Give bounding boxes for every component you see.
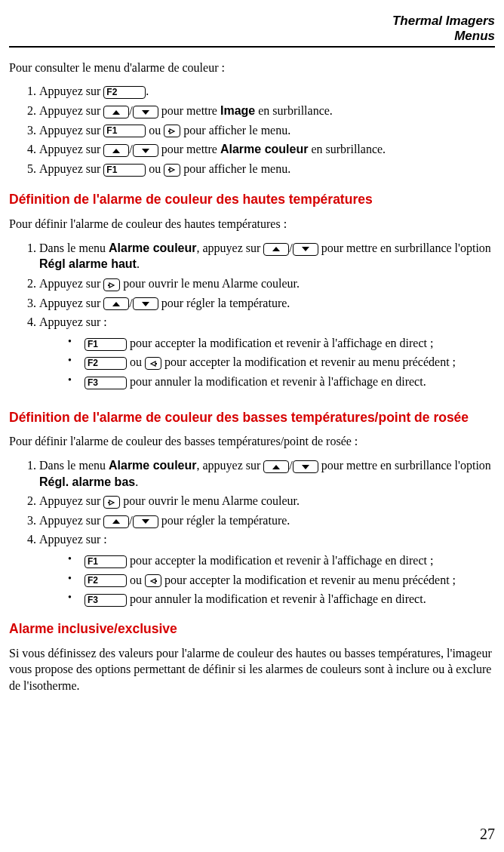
bullet-item: F2 ou pour accepter la modification et r…: [68, 352, 495, 372]
text: Appuyez sur: [39, 104, 103, 117]
list-1-item-4: Appuyez sur / pour mettre Alarme couleur…: [39, 140, 495, 159]
key-f1: F1: [103, 125, 146, 137]
svg-marker-10: [109, 283, 114, 288]
svg-marker-14: [151, 361, 155, 366]
text: Appuyez sur: [39, 124, 103, 137]
text: en surbrillance.: [255, 104, 333, 117]
key-down-icon: [133, 106, 158, 118]
key-right-icon: [103, 496, 120, 509]
key-down-icon: [133, 144, 158, 157]
key-down-icon: [293, 243, 318, 256]
text: pour mettre: [158, 143, 220, 155]
bullet-item: F3 pour annuler la modification et reven…: [68, 372, 495, 392]
section-2-heading: Définition de l'alarme de couleur des ha…: [9, 192, 495, 208]
key-up-icon: [263, 243, 289, 256]
list-1-item-5: Appuyez sur F1 ou pour afficher le menu.: [39, 159, 495, 179]
svg-rect-15: [155, 363, 157, 364]
text: en surbrillance.: [308, 143, 386, 155]
list-2-item-2: Appuyez sur pour ouvrir le menu Alarme c…: [39, 274, 495, 294]
list-3-item-4: Appuyez sur : F1 pour accepter la modifi…: [39, 530, 495, 613]
key-f2: F2: [103, 86, 146, 99]
text: Dans le menu: [39, 241, 109, 254]
section-3-intro: Pour définir l'alarme de couleur des bas…: [9, 433, 495, 450]
page-number: 27: [480, 824, 495, 844]
text: pour accepter la modification et revenir…: [161, 355, 456, 368]
list-3-item-2: Appuyez sur pour ouvrir le menu Alarme c…: [39, 491, 495, 511]
bold-text: Régl. alarme bas: [39, 475, 135, 488]
text: Appuyez sur :: [39, 533, 107, 546]
bullet-list-3: F1 pour accepter la modification et reve…: [68, 551, 495, 609]
text: Appuyez sur: [39, 494, 103, 507]
key-down-icon: [133, 297, 158, 310]
svg-marker-17: [302, 465, 309, 469]
text: .: [137, 257, 140, 270]
svg-marker-4: [112, 149, 120, 153]
text: Appuyez sur: [39, 277, 103, 290]
list-1-item-1: Appuyez sur F2.: [39, 82, 495, 101]
text: Appuyez sur: [39, 143, 103, 155]
key-up-icon: [103, 297, 129, 310]
key-f1: F1: [85, 555, 127, 568]
text: , appuyez sur: [196, 241, 263, 254]
svg-rect-3: [168, 131, 170, 132]
key-right-icon: [103, 278, 120, 291]
key-up-icon: [263, 460, 289, 473]
list-3: Dans le menu Alarme couleur, appuyez sur…: [39, 456, 495, 614]
svg-marker-21: [142, 519, 149, 524]
svg-marker-13: [142, 302, 149, 306]
svg-marker-5: [142, 149, 149, 153]
svg-marker-20: [112, 519, 120, 524]
key-left-icon: [145, 574, 161, 587]
text: ou: [127, 574, 145, 586]
key-f3: F3: [85, 377, 127, 389]
text: pour ouvrir le menu Alarme couleur.: [120, 277, 300, 290]
svg-marker-8: [272, 247, 280, 251]
key-f2: F2: [85, 574, 127, 587]
svg-marker-22: [151, 579, 155, 583]
svg-marker-16: [272, 465, 280, 469]
svg-marker-6: [170, 168, 174, 172]
key-down-icon: [293, 460, 318, 473]
bold-text: Image: [220, 104, 255, 117]
list-1-item-2: Appuyez sur / pour mettre Image en surbr…: [39, 101, 495, 121]
list-2-item-3: Appuyez sur / pour régler la température…: [39, 294, 495, 313]
text: Appuyez sur: [39, 85, 103, 97]
text: pour accepter la modification et revenir…: [127, 337, 433, 349]
text: pour mettre: [158, 104, 220, 117]
text: Appuyez sur: [39, 297, 103, 309]
key-down-icon: [133, 515, 158, 528]
bullet-item: F1 pour accepter la modification et reve…: [68, 334, 495, 353]
text: pour mettre en surbrillance l'option: [318, 459, 491, 472]
svg-marker-2: [170, 129, 174, 134]
text: Appuyez sur :: [39, 315, 107, 328]
text: pour afficher le menu.: [180, 124, 290, 137]
svg-rect-19: [108, 502, 109, 503]
svg-marker-1: [142, 110, 149, 115]
bullet-item: F1 pour accepter la modification et reve…: [68, 551, 495, 571]
text: ou: [127, 355, 145, 368]
bullet-list-2: F1 pour accepter la modification et reve…: [68, 334, 495, 392]
key-right-icon: [164, 125, 180, 137]
svg-marker-0: [112, 110, 120, 115]
bullet-item: F2 ou pour accepter la modification et r…: [68, 571, 495, 590]
intro-para-1: Pour consulter le menu d'alarme de coule…: [9, 60, 495, 76]
key-left-icon: [145, 357, 161, 370]
list-1: Appuyez sur F2. Appuyez sur / pour mettr…: [39, 82, 495, 178]
section-3-heading: Définition de l'alarme de couleur des ba…: [9, 410, 495, 426]
svg-marker-9: [302, 247, 309, 251]
key-f2: F2: [85, 357, 127, 370]
text: ou: [146, 124, 164, 137]
list-3-item-3: Appuyez sur / pour régler la température…: [39, 511, 495, 531]
text: .: [146, 85, 149, 97]
text: pour accepter la modification et revenir…: [161, 574, 456, 586]
text: pour afficher le menu.: [180, 162, 290, 175]
key-f1: F1: [85, 338, 127, 351]
list-2-item-4: Appuyez sur : F1 pour accepter la modifi…: [39, 312, 495, 395]
list-2-item-1: Dans le menu Alarme couleur, appuyez sur…: [39, 238, 495, 274]
svg-rect-7: [168, 169, 170, 171]
header-title-1: Thermal Imagers: [392, 14, 495, 28]
key-right-icon: [164, 164, 180, 177]
svg-rect-11: [108, 285, 109, 286]
text: Appuyez sur: [39, 162, 103, 175]
text: Appuyez sur: [39, 514, 103, 527]
